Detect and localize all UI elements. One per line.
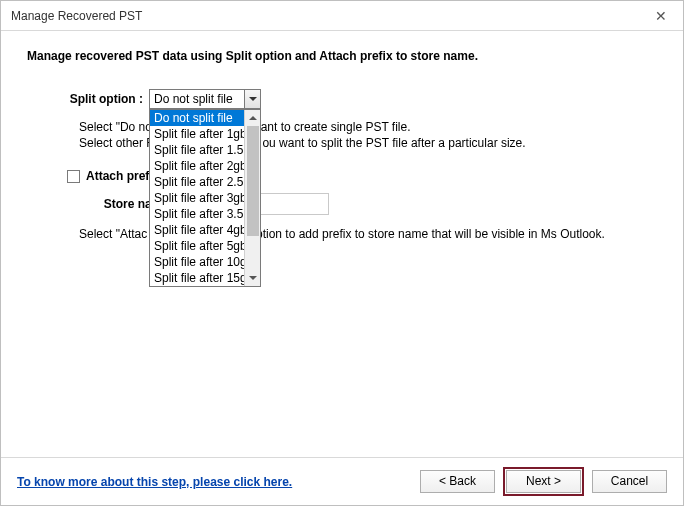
help-link[interactable]: To know more about this step, please cli… — [17, 475, 292, 489]
dialog-body: Manage recovered PST data using Split op… — [1, 31, 683, 457]
scroll-thumb[interactable] — [247, 126, 259, 236]
dropdown-toggle-icon[interactable] — [244, 90, 260, 108]
dropdown-scrollbar[interactable] — [244, 110, 260, 286]
title-bar: Manage Recovered PST ✕ — [1, 1, 683, 31]
dropdown-list: Do not split file Split file after 1gb S… — [150, 110, 260, 286]
attach-prefix-checkbox[interactable] — [67, 170, 80, 183]
window-title: Manage Recovered PST — [11, 9, 142, 23]
back-button[interactable]: < Back — [420, 470, 495, 493]
next-button[interactable]: Next > — [506, 470, 581, 493]
scroll-down-icon[interactable] — [245, 270, 260, 286]
dialog-footer: To know more about this step, please cli… — [1, 457, 683, 505]
close-button[interactable]: ✕ — [639, 1, 683, 31]
split-option-row: Split option : Do not split file Do not … — [27, 89, 657, 109]
split-option-dropdown: Do not split file Split file after 1gb S… — [149, 109, 261, 287]
split-option-combobox[interactable]: Do not split file — [149, 89, 261, 109]
next-button-highlight: Next > — [503, 467, 584, 496]
split-option-combo[interactable]: Do not split file Do not split file Spli… — [149, 89, 261, 109]
split-option-value: Do not split file — [154, 92, 233, 106]
instruction-text: Manage recovered PST data using Split op… — [27, 49, 657, 63]
store-name-row: Store name — [27, 193, 657, 215]
dialog-window: Manage Recovered PST ✕ Manage recovered … — [0, 0, 684, 506]
scroll-up-icon[interactable] — [245, 110, 260, 126]
cancel-button[interactable]: Cancel — [592, 470, 667, 493]
split-option-label: Split option : — [27, 92, 149, 106]
